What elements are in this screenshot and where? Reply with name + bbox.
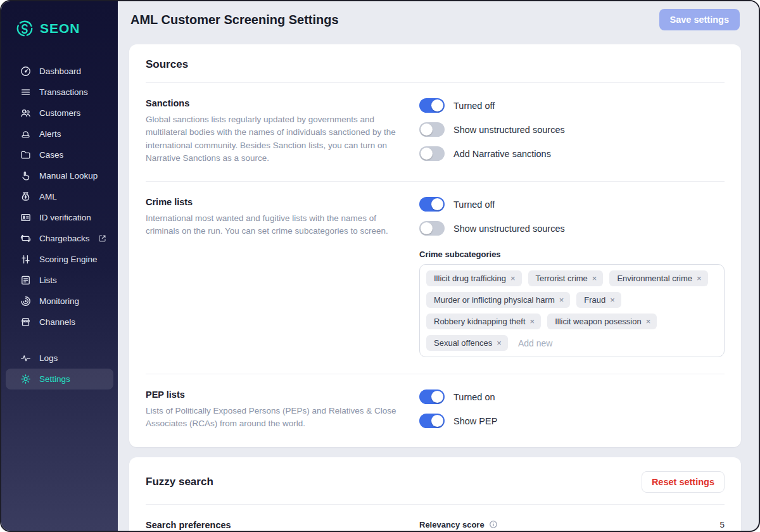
sidebar-item-label: Scoring Engine — [39, 255, 98, 264]
transactions-icon — [20, 86, 32, 98]
fuzzy-card-header: Fuzzy search Reset settings — [146, 457, 725, 504]
id-verification-icon — [20, 212, 32, 224]
sidebar-item-monitoring[interactable]: Monitoring — [6, 291, 113, 312]
toggle-row: Show unstructured sources — [419, 122, 725, 137]
sidebar-item-label: ID verification — [39, 213, 91, 222]
tag-label: Illicit weapon posession — [555, 317, 642, 326]
remove-tag-icon[interactable]: × — [559, 296, 564, 304]
customers-icon — [20, 107, 32, 119]
pep-enabled-toggle[interactable] — [419, 390, 445, 404]
search-preferences-controls: Relevancy score 5 — [419, 520, 725, 531]
topbar: AML Customer Screening Settings Save set… — [118, 1, 759, 38]
monitoring-icon — [20, 295, 32, 307]
remove-tag-icon[interactable]: × — [646, 317, 651, 326]
relevancy-score-value: 5 — [719, 520, 725, 529]
add-new-tag-input[interactable]: Add new — [514, 336, 556, 351]
brand-name: SEON — [40, 21, 80, 36]
remove-tag-icon[interactable]: × — [592, 274, 597, 282]
remove-tag-icon[interactable]: × — [530, 317, 535, 326]
toggle-row: Add Narrative sanctions — [419, 146, 725, 161]
nav-divider-gap — [1, 332, 118, 348]
sidebar-item-logs[interactable]: Logs — [6, 348, 113, 369]
remove-tag-icon[interactable]: × — [697, 274, 702, 282]
lists-icon — [20, 274, 32, 286]
crime-lists-enabled-toggle[interactable] — [419, 197, 445, 212]
sanctions-info: Sanctions Global sanctions lists regular… — [146, 98, 399, 165]
crime-subcategories-input[interactable]: Illicit drug trafficking×Terrorist crime… — [419, 264, 725, 357]
toggle-row: Turned on — [419, 390, 725, 404]
sidebar-nav: DashboardTransactionsCustomersAlertsCase… — [1, 61, 118, 332]
show-unstructured-sources-toggle[interactable] — [419, 122, 445, 137]
toggle-row: Show PEP — [419, 414, 725, 428]
scoring-engine-icon — [20, 253, 32, 265]
fuzzy-search-card: Fuzzy search Reset settings Search prefe… — [129, 457, 741, 531]
logs-icon — [20, 352, 32, 364]
add-narrative-sanctions-toggle[interactable] — [419, 146, 445, 161]
save-settings-button[interactable]: Save settings — [659, 9, 740, 30]
crime-lists-description: International most wanted and fugitive l… — [146, 212, 399, 238]
remove-tag-icon[interactable]: × — [497, 339, 502, 347]
sidebar-item-label: Transactions — [39, 87, 88, 97]
content: Sources Sanctions Global sanctions lists… — [118, 38, 759, 531]
sidebar-item-aml[interactable]: AML — [6, 186, 113, 207]
pep-lists-controls: Turned on Show PEP — [419, 390, 725, 431]
sanctions-description: Global sanctions lists regularly updated… — [146, 113, 399, 165]
sidebar-item-label: Customers — [39, 108, 80, 118]
tag-chip-robbery-kidnapping-theft: Robbery kidnapping theft× — [426, 314, 541, 329]
tag-chip-sexual-offences: Sexual offences× — [426, 335, 508, 351]
sidebar-item-customers[interactable]: Customers — [6, 103, 113, 124]
tag-chip-environmental-crime: Environmental crime× — [609, 270, 707, 286]
sanctions-title: Sanctions — [146, 98, 399, 108]
tag-label: Sexual offences — [434, 338, 492, 348]
tag-label: Murder or inflicting physical harm — [434, 295, 555, 305]
tag-chip-illicit-drug-trafficking: Illicit drug trafficking× — [426, 270, 522, 286]
toggle-row: Show unstructured sources — [419, 221, 725, 236]
dashboard-icon — [20, 65, 32, 77]
toggle-label: Show PEP — [453, 416, 497, 426]
slider-label-text: Relevancy score — [419, 520, 484, 529]
pep-lists-title: PEP lists — [146, 390, 399, 400]
tag-chip-terrorist-crime: Terrorist crime× — [528, 270, 604, 286]
remove-tag-icon[interactable]: × — [510, 274, 516, 282]
sidebar-item-cases[interactable]: Cases — [6, 144, 113, 165]
brand[interactable]: SEON — [1, 14, 118, 43]
chargebacks-icon — [20, 232, 32, 244]
sidebar-item-label: Settings — [39, 374, 70, 384]
info-icon[interactable] — [489, 520, 498, 529]
sidebar-item-chargebacks[interactable]: Chargebacks — [6, 228, 113, 249]
tag-label: Robbery kidnapping theft — [434, 317, 526, 326]
sidebar-item-alerts[interactable]: Alerts — [6, 124, 113, 144]
tag-chip-illicit-weapon-posession: Illicit weapon posession× — [547, 314, 657, 329]
sidebar-item-manual-lookup[interactable]: Manual Lookup — [6, 165, 113, 186]
remove-tag-icon[interactable]: × — [610, 296, 615, 304]
sidebar: SEON DashboardTransactionsCustomersAlert… — [1, 1, 118, 531]
search-preferences-title: Search preferences — [146, 520, 399, 530]
sidebar-item-label: Channels — [39, 317, 75, 327]
crime-show-unstructured-toggle[interactable] — [419, 221, 445, 236]
channels-icon — [20, 316, 32, 328]
sidebar-item-dashboard[interactable]: Dashboard — [6, 61, 113, 82]
crime-lists-controls: Turned off Show unstructured sources Cri… — [419, 197, 725, 357]
toggle-label: Turned off — [453, 200, 495, 210]
search-preferences-info: Search preferences Refine your search re… — [146, 520, 399, 531]
sidebar-nav-footer: LogsSettings — [1, 348, 118, 390]
crime-lists-title: Crime lists — [146, 197, 399, 207]
sanctions-enabled-toggle[interactable] — [419, 98, 445, 113]
sidebar-item-lists[interactable]: Lists — [6, 270, 113, 291]
sidebar-item-transactions[interactable]: Transactions — [6, 82, 113, 103]
sidebar-item-scoring-engine[interactable]: Scoring Engine — [6, 249, 113, 270]
main-area: AML Customer Screening Settings Save set… — [118, 1, 759, 531]
crime-lists-info: Crime lists International most wanted an… — [146, 197, 399, 357]
sidebar-item-settings[interactable]: Settings — [6, 369, 113, 390]
sidebar-item-id-verification[interactable]: ID verification — [6, 207, 113, 228]
page-title: AML Customer Screening Settings — [130, 13, 339, 27]
reset-settings-button[interactable]: Reset settings — [642, 471, 725, 493]
sanctions-row: Sanctions Global sanctions lists regular… — [146, 82, 725, 181]
manual-lookup-icon — [20, 170, 32, 182]
sidebar-item-channels[interactable]: Channels — [6, 312, 113, 332]
show-pep-toggle[interactable] — [419, 414, 445, 428]
seon-logo-icon — [15, 19, 34, 38]
tag-chip-fraud: Fraud× — [576, 292, 621, 308]
external-link-icon — [98, 234, 107, 243]
sidebar-item-label: Logs — [39, 353, 58, 363]
